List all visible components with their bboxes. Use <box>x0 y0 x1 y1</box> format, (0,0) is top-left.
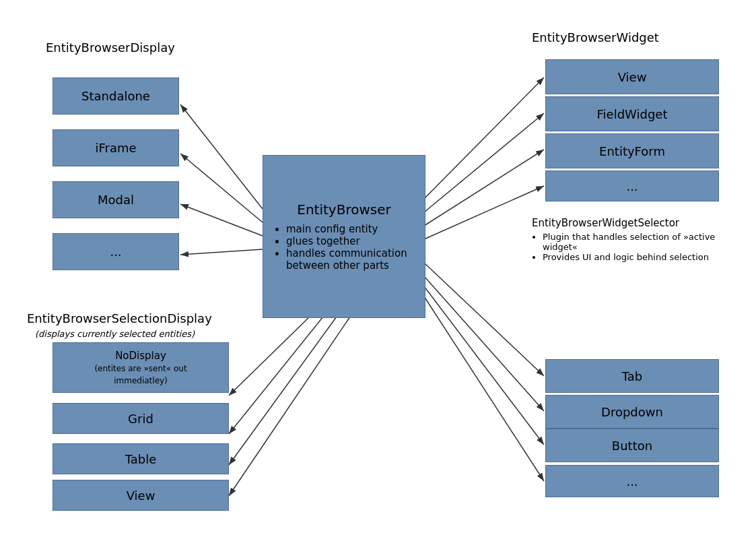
svg-line-14 <box>424 276 544 411</box>
view-widget-box: View <box>545 59 719 94</box>
entity-browser-bullets: main config entity glues together handle… <box>274 223 414 272</box>
entity-browser-display-label: EntityBrowserDisplay <box>46 40 175 55</box>
widget-ellipsis-box: ... <box>545 170 719 201</box>
svg-line-3 <box>180 204 263 236</box>
entity-browser-selection-display-label: EntityBrowserSelectionDisplay <box>27 311 212 325</box>
svg-line-7 <box>229 317 337 465</box>
entity-browser-widget-selector-section: EntityBrowserWidgetSelector Plugin that … <box>532 217 734 262</box>
button-box: Button <box>545 429 719 462</box>
selector-ellipsis-box: ... <box>545 465 719 497</box>
fieldwidget-box: FieldWidget <box>545 96 719 131</box>
svg-line-9 <box>424 77 544 199</box>
svg-line-6 <box>229 317 323 434</box>
modal-box: Modal <box>53 181 179 218</box>
svg-line-10 <box>424 113 544 212</box>
grid-box: Grid <box>53 403 229 434</box>
svg-line-2 <box>180 154 263 222</box>
svg-line-1 <box>180 104 263 209</box>
architecture-diagram: EntityBrowserDisplay Standalone iFrame M… <box>0 0 756 535</box>
svg-line-4 <box>180 249 263 255</box>
svg-line-12 <box>424 186 544 239</box>
svg-line-16 <box>424 296 544 481</box>
svg-line-15 <box>424 286 544 445</box>
display-ellipsis-box: ... <box>53 233 179 270</box>
entityform-box: EntityForm <box>545 133 719 168</box>
entity-browser-selection-display-sublabel: (displays currently selected entities) <box>35 329 195 339</box>
standalone-box: Standalone <box>53 77 179 115</box>
svg-line-13 <box>424 263 544 376</box>
view-selection-box: View <box>53 480 229 511</box>
entity-browser-widget-label: EntityBrowserWidget <box>532 30 659 44</box>
table-box: Table <box>53 443 229 474</box>
svg-line-8 <box>229 317 350 496</box>
iframe-box: iFrame <box>53 129 179 166</box>
svg-line-11 <box>424 150 544 226</box>
dropdown-box: Dropdown <box>545 395 719 429</box>
tab-box: Tab <box>545 359 719 393</box>
nodisplay-box: NoDisplay(entites are »sent« outimmediat… <box>53 342 229 393</box>
svg-line-5 <box>229 317 310 396</box>
entity-browser-box: EntityBrowser main config entity glues t… <box>263 155 425 318</box>
